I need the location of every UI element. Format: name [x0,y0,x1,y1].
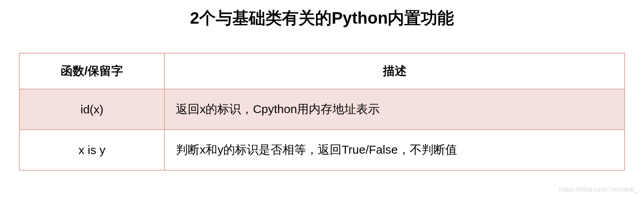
desc-cell: 判断x和y的标识是否相等，返回True/False，不判断值 [164,130,625,170]
functions-table: 函数/保留字 描述 id(x)返回x的标识，Cpython用内存地址表示x is… [19,53,625,171]
watermark-text: https://blog.csdn.net/pkal_ [559,186,638,193]
desc-cell: 返回x的标识，Cpython用内存地址表示 [164,89,625,130]
table-container: 函数/保留字 描述 id(x)返回x的标识，Cpython用内存地址表示x is… [0,53,644,171]
table-body: id(x)返回x的标识，Cpython用内存地址表示x is y判断x和y的标识… [19,89,625,170]
header-func: 函数/保留字 [19,53,164,89]
table-header-row: 函数/保留字 描述 [19,53,625,89]
func-cell: x is y [19,130,164,170]
page-title: 2个与基础类有关的Python内置功能 [0,0,644,53]
table-row: id(x)返回x的标识，Cpython用内存地址表示 [19,89,625,130]
func-cell: id(x) [19,89,164,130]
table-row: x is y判断x和y的标识是否相等，返回True/False，不判断值 [19,130,625,170]
header-desc: 描述 [164,53,625,89]
